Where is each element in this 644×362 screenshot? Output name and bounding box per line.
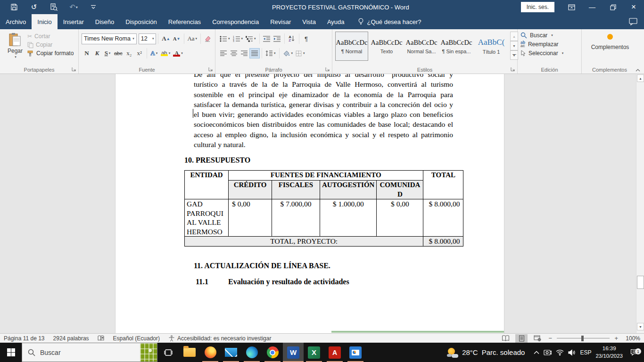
table-cell-entity[interactable]: GAD PARROQUI AL VALLE HERMOSO: [185, 199, 229, 237]
scrollbar-thumb[interactable]: [637, 276, 644, 289]
select-button[interactable]: Seleccionar: [520, 50, 579, 57]
complementos-button[interactable]: Complementos: [591, 44, 629, 50]
align-left-icon[interactable]: [218, 48, 229, 58]
taskbar-excel-icon[interactable]: X: [304, 343, 324, 362]
heading-actualizacion[interactable]: 11. ACTUALIZACIÓN DE LÍNEA BASE.: [194, 262, 504, 270]
find-button[interactable]: Buscar: [520, 32, 579, 39]
paragraph-line[interactable]: satisfacer la demanda turística, generar…: [194, 99, 453, 109]
zoom-level[interactable]: 100%: [626, 335, 640, 342]
tab-archivo[interactable]: Archivo: [0, 14, 32, 29]
zoom-slider-thumb[interactable]: [581, 336, 584, 341]
tab-vista[interactable]: Vista: [297, 14, 322, 29]
paragraph-line[interactable]: el buen vivir; generando actividades eco…: [194, 109, 453, 119]
paragraph-dialog-launcher-icon[interactable]: [325, 67, 330, 72]
show-marks-button[interactable]: ¶: [301, 33, 312, 44]
style-normal[interactable]: AaBbCcDc ¶ Normal: [335, 32, 368, 61]
paste-button[interactable]: Pegar: [3, 31, 27, 66]
tab-disposicion[interactable]: Disposición: [120, 14, 162, 29]
paragraph-line[interactable]: socioeconómicos bien distribuidos entre …: [194, 119, 453, 129]
table-cell-row-total[interactable]: $ 8.000,00: [423, 199, 463, 237]
style-normal-sa[interactable]: AaBbCcDc Normal Sa...: [405, 32, 438, 61]
wifi-icon[interactable]: [556, 349, 564, 355]
styles-scroll-down-icon[interactable]: ▼: [510, 41, 518, 50]
customize-qat-icon[interactable]: [89, 2, 98, 12]
font-dialog-launcher-icon[interactable]: [208, 67, 214, 72]
paragraph-line[interactable]: turístico a través de la de la Parroquia…: [194, 79, 453, 89]
highlight-button[interactable]: ab: [159, 48, 172, 58]
scroll-up-icon[interactable]: ▲: [637, 74, 644, 82]
sort-icon[interactable]: AZ: [287, 33, 297, 44]
bold-button[interactable]: N: [82, 48, 92, 58]
font-family-combo[interactable]: Times New Roma: [82, 33, 137, 44]
bullets-icon[interactable]: [218, 33, 231, 44]
underline-button[interactable]: S: [102, 48, 113, 58]
styles-more-icon[interactable]: ▼: [510, 50, 518, 60]
tell-me-box[interactable]: ¿Qué desea hacer?: [358, 14, 421, 29]
paragraph-line[interactable]: sostenible en el principal eje dinamizad…: [194, 90, 453, 99]
font-color-button[interactable]: A: [172, 48, 184, 58]
multilevel-list-icon[interactable]: [244, 33, 257, 44]
print-preview-icon[interactable]: [49, 2, 58, 12]
print-layout-icon[interactable]: [515, 334, 528, 343]
styles-scroll-up-icon[interactable]: ▲: [510, 32, 518, 41]
decrease-indent-icon[interactable]: [262, 33, 272, 44]
zoom-in-button[interactable]: +: [613, 335, 619, 342]
paragraph-line[interactable]: acceso al empleo digno, la inclusión eco…: [194, 130, 453, 140]
zoom-slider[interactable]: [557, 335, 610, 342]
vertical-scrollbar[interactable]: ▲ ▼: [636, 74, 644, 333]
taskbar-chrome-icon[interactable]: [262, 343, 283, 362]
italic-button[interactable]: K: [92, 48, 102, 58]
tab-diseno[interactable]: Diseño: [90, 14, 120, 29]
table-header-fiscales[interactable]: FISCALES: [272, 181, 320, 199]
tab-revisar[interactable]: Revisar: [264, 14, 297, 29]
change-case-button[interactable]: Aa: [186, 33, 198, 44]
font-size-combo[interactable]: 12: [139, 33, 157, 44]
read-mode-icon[interactable]: [499, 334, 512, 343]
tab-correspondencia[interactable]: Correspondencia: [206, 14, 264, 29]
table-header-fuentes[interactable]: FUENTES DE FINANCIAMIENTO: [229, 171, 423, 181]
table-cell-credito[interactable]: $ 0,00: [229, 199, 272, 237]
paragraph-line[interactable]: De ahí que el presente proyecto del impu…: [194, 74, 453, 79]
zoom-out-button[interactable]: −: [547, 335, 553, 342]
task-view-button[interactable]: [157, 343, 179, 362]
document-page[interactable]: De ahí que el presente proyecto del impu…: [115, 74, 504, 333]
word-count[interactable]: 2924 palabras: [53, 335, 89, 342]
accessibility-status[interactable]: Accesibilidad: es necesario investigar: [168, 335, 271, 342]
clear-formatting-icon[interactable]: [203, 33, 213, 44]
tab-inicio[interactable]: Inicio: [32, 14, 57, 29]
close-button[interactable]: ×: [623, 0, 644, 14]
collapse-ribbon-icon[interactable]: [636, 69, 640, 72]
notification-center-icon[interactable]: 1: [627, 349, 641, 356]
language-indicator[interactable]: Español (Ecuador): [113, 335, 160, 342]
table-header-total[interactable]: TOTAL: [423, 171, 463, 199]
web-layout-icon[interactable]: [531, 334, 544, 343]
ribbon-display-options-icon[interactable]: [561, 0, 582, 14]
style-titulo-1[interactable]: AaBbC( Título 1: [475, 32, 508, 61]
shrink-font-button[interactable]: A▼: [172, 33, 182, 44]
styles-dialog-launcher-icon[interactable]: [511, 67, 516, 72]
taskbar-mail-icon[interactable]: [221, 343, 241, 362]
table-cell-total-value[interactable]: $ 8.000,00: [423, 237, 463, 247]
table-header-autogestion[interactable]: AUTOGESTIÓN: [320, 181, 377, 199]
volume-icon[interactable]: [568, 349, 576, 356]
heading-evaluacion[interactable]: 11.1Evaluación y resultado de actividade…: [196, 278, 504, 286]
table-header-entidad[interactable]: ENTIDAD: [185, 171, 229, 199]
taskbar-word-icon[interactable]: W: [283, 343, 304, 362]
table-cell-fiscales[interactable]: $ 7.000,00: [272, 199, 320, 237]
restore-button[interactable]: [603, 0, 623, 14]
grow-font-button[interactable]: A▲: [160, 33, 171, 44]
comments-icon[interactable]: [622, 14, 644, 29]
input-language[interactable]: ESP: [580, 349, 591, 356]
align-center-icon[interactable]: [229, 48, 239, 58]
style-texto[interactable]: AaBbCcDc Texto: [370, 32, 403, 61]
start-button[interactable]: [0, 343, 22, 362]
table-cell-comunidad[interactable]: $ 0,00: [377, 199, 423, 237]
table-header-credito[interactable]: CRÉDITO: [229, 181, 272, 199]
minimize-button[interactable]: —: [582, 0, 603, 14]
repeat-icon[interactable]: ↺: [29, 2, 39, 12]
taskbar-acrobat-icon[interactable]: A: [324, 343, 345, 362]
table-cell-autogestion[interactable]: $ 1.000,00: [320, 199, 377, 237]
increase-indent-icon[interactable]: [272, 33, 282, 44]
sign-in-button[interactable]: Inic. ses.: [521, 2, 554, 12]
save-icon[interactable]: [9, 2, 19, 12]
